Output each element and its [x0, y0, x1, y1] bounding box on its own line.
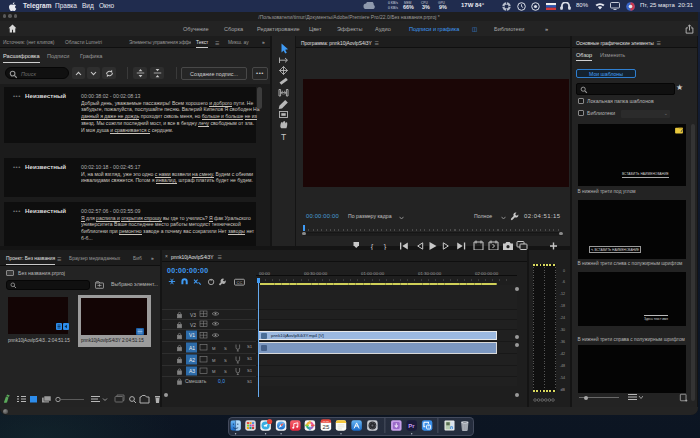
svg-text:V1: V1	[189, 332, 195, 338]
svg-text:Pr: Pr	[408, 423, 415, 429]
svg-text:A1: A1	[189, 345, 195, 351]
svg-text:M: M	[212, 358, 216, 363]
svg-text:Смешать: Смешать	[185, 378, 207, 384]
svg-text:0,0: 0,0	[218, 378, 225, 384]
svg-text:V2: V2	[190, 322, 196, 328]
svg-text:M: M	[212, 369, 216, 374]
svg-text:S: S	[224, 346, 227, 351]
svg-text:S1: S1	[247, 344, 253, 349]
svg-text:S: S	[224, 369, 227, 374]
svg-text:25: 25	[323, 424, 330, 430]
svg-text:A3: A3	[189, 368, 195, 374]
svg-text:МАРТ: МАРТ	[323, 420, 330, 422]
svg-text:M: M	[212, 346, 216, 351]
svg-text:A2: A2	[189, 357, 195, 363]
svg-text:S: S	[224, 358, 227, 363]
svg-text:V3: V3	[190, 312, 196, 318]
svg-text:S1: S1	[247, 356, 253, 361]
svg-text:T: T	[281, 132, 286, 142]
svg-text:S1: S1	[247, 368, 253, 373]
svg-text:S1: S1	[247, 379, 253, 384]
